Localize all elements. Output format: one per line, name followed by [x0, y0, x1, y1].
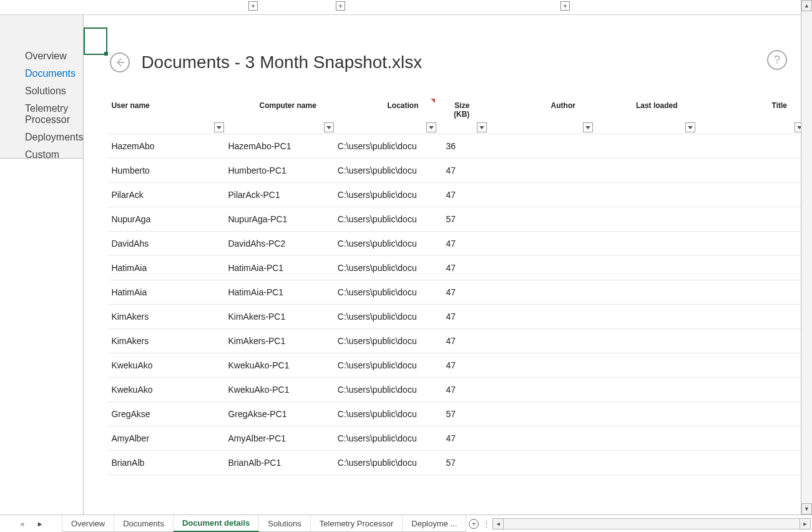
tab-nav-prev[interactable]: ◄: [19, 520, 26, 528]
svg-marker-4: [585, 126, 590, 129]
cell-computer: GregAkse-PC1: [225, 402, 335, 426]
tab-divider[interactable]: ⋮: [481, 515, 491, 532]
cell-location: C:\users\public\docu: [335, 451, 438, 475]
table-row[interactable]: HumbertoHumberto-PC1C:\users\public\docu…: [109, 159, 806, 183]
scroll-right-button[interactable]: ►: [800, 518, 811, 530]
table-row[interactable]: NupurAgaNupurAga-PC1C:\users\public\docu…: [109, 207, 806, 232]
scroll-up-button[interactable]: ▲: [801, 0, 812, 11]
arrow-left-icon: [114, 57, 125, 68]
filter-button[interactable]: [583, 122, 593, 132]
cell-computer: KimAkers-PC1: [225, 329, 335, 353]
cell-title: [697, 159, 806, 183]
table-row[interactable]: DavidAhsDavidAhs-PC2C:\users\public\docu…: [109, 232, 806, 256]
table-row[interactable]: BrianAlbBrianAlb-PC1C:\users\public\docu…: [109, 451, 806, 475]
cell-title: [697, 280, 806, 305]
sidebar: Overview Documents Solutions Telemetry P…: [0, 15, 84, 515]
outline-expand-button[interactable]: +: [336, 1, 345, 11]
filter-button[interactable]: [214, 122, 224, 132]
col-author: Author: [488, 97, 594, 134]
cell-computer: NupurAga-PC1: [225, 207, 335, 232]
cell-last_loaded: [594, 451, 697, 475]
cell-author: [488, 402, 594, 426]
scroll-left-button[interactable]: ◄: [492, 518, 504, 530]
table-row[interactable]: KimAkersKimAkers-PC1C:\users\public\docu…: [109, 329, 806, 353]
cell-user: Humberto: [109, 159, 225, 183]
cell-location: C:\users\public\docu: [335, 305, 438, 329]
table-row[interactable]: GregAkseGregAkse-PC1C:\users\public\docu…: [109, 402, 806, 426]
cell-last_loaded: [594, 280, 697, 305]
cell-location: C:\users\public\docu: [335, 280, 438, 305]
cell-location: C:\users\public\docu: [335, 329, 438, 353]
table-row[interactable]: PilarAckPilarAck-PC1C:\users\public\docu…: [109, 183, 806, 207]
cell-location: C:\users\public\docu: [335, 256, 438, 280]
filter-button[interactable]: [426, 122, 436, 132]
sidebar-item-telemetry-processor[interactable]: Telemetry Processor: [0, 100, 83, 129]
tab-nav-next[interactable]: ►: [37, 520, 44, 528]
tab-deployments[interactable]: Deployme ...: [403, 515, 466, 532]
table-row[interactable]: HatimAiaHatimAia-PC1C:\users\public\docu…: [109, 280, 806, 305]
tab-overview[interactable]: Overview: [62, 515, 114, 532]
table-row[interactable]: KwekuAkoKwekuAko-PC1C:\users\public\docu…: [109, 378, 806, 402]
cell-last_loaded: [594, 402, 697, 426]
cell-location: C:\users\public\docu: [335, 378, 438, 402]
help-button[interactable]: ?: [767, 50, 787, 70]
table-row[interactable]: KimAkersKimAkers-PC1C:\users\public\docu…: [109, 305, 806, 329]
cell-computer: HatimAia-PC1: [225, 280, 335, 305]
scroll-down-button[interactable]: ▼: [801, 503, 812, 515]
col-size-kb: Size (KB): [438, 97, 489, 134]
cell-last_loaded: [594, 426, 697, 451]
cell-computer: PilarAck-PC1: [225, 183, 335, 207]
outline-expand-button[interactable]: +: [248, 1, 258, 11]
cell-location: C:\users\public\docu: [335, 402, 438, 426]
cell-user: KimAkers: [109, 305, 225, 329]
table-row[interactable]: HazemAboHazemAbo-PC1C:\users\public\docu…: [109, 134, 806, 159]
sidebar-item-documents[interactable]: Documents: [0, 65, 83, 82]
tab-solutions[interactable]: Solutions: [259, 515, 310, 532]
tab-telemetry-processor[interactable]: Telemetry Processor: [311, 515, 403, 532]
sidebar-item-overview[interactable]: Overview: [0, 47, 83, 65]
filter-button[interactable]: [324, 122, 334, 132]
svg-marker-3: [479, 126, 484, 129]
svg-marker-2: [429, 126, 434, 129]
outline-expand-button[interactable]: +: [560, 1, 570, 11]
tab-documents[interactable]: Documents: [114, 515, 174, 532]
col-user-name: User name: [109, 97, 225, 134]
sidebar-item-deployments[interactable]: Deployments: [0, 129, 83, 146]
cell-title: [697, 183, 806, 207]
filter-button[interactable]: [477, 122, 487, 132]
sidebar-item-solutions[interactable]: Solutions: [0, 82, 83, 100]
cell-size: 47: [438, 159, 489, 183]
cell-title: [697, 232, 806, 256]
cell-last_loaded: [594, 207, 697, 232]
cell-computer: Humberto-PC1: [225, 159, 335, 183]
table-row[interactable]: KwekuAkoKwekuAko-PC1C:\users\public\docu…: [109, 353, 806, 378]
cell-author: [488, 232, 594, 256]
main-content: Documents - 3 Month Snapshot.xlsx ? User…: [84, 15, 812, 515]
cell-author: [488, 280, 594, 305]
cell-location: C:\users\public\docu: [335, 134, 438, 159]
cell-author: [488, 329, 594, 353]
horizontal-scrollbar[interactable]: ◄ ►: [491, 515, 812, 532]
scroll-track[interactable]: [801, 11, 812, 503]
cell-size: 57: [438, 207, 489, 232]
tab-document-details[interactable]: Document details: [174, 515, 259, 532]
table-row[interactable]: AmyAlberAmyAlber-PC1C:\users\public\docu…: [109, 426, 806, 451]
svg-marker-5: [688, 126, 693, 129]
cell-title: [697, 426, 806, 451]
cell-size: 47: [438, 378, 489, 402]
page-title: Documents - 3 Month Snapshot.xlsx: [141, 52, 422, 72]
cell-size: 47: [438, 183, 489, 207]
sheet-tabbar: ◄ ► Overview Documents Document details …: [0, 515, 812, 532]
svg-marker-1: [326, 126, 331, 129]
scroll-track[interactable]: [504, 518, 800, 530]
table-row[interactable]: HatimAiaHatimAia-PC1C:\users\public\docu…: [109, 256, 806, 280]
vertical-scrollbar[interactable]: ▲ ▼: [801, 0, 812, 515]
cell-user: HazemAbo: [109, 134, 225, 159]
filter-button[interactable]: [685, 122, 695, 132]
cell-last_loaded: [594, 159, 697, 183]
back-button[interactable]: [110, 52, 130, 72]
cell-last_loaded: [594, 378, 697, 402]
documents-table: User name Computer name Location: [109, 97, 806, 475]
new-sheet-button[interactable]: +: [466, 515, 481, 532]
cell-size: 36: [438, 134, 489, 159]
